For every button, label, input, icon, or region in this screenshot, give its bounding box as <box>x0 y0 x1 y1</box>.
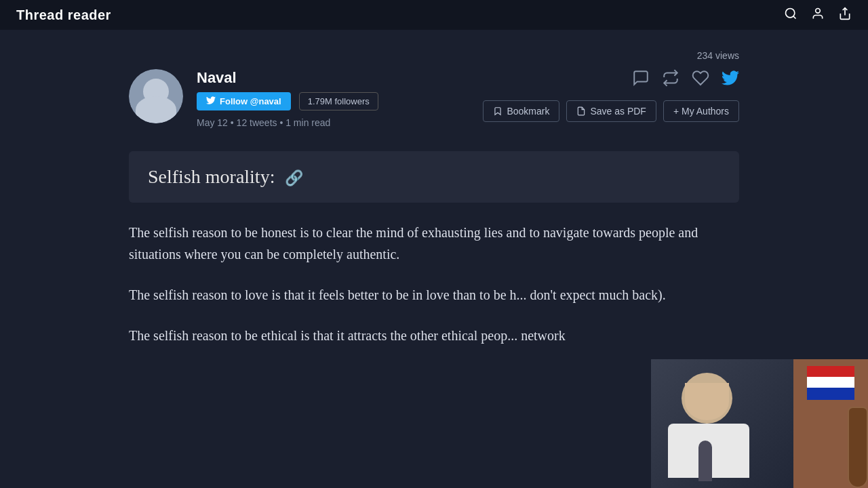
search-icon[interactable] <box>784 7 797 24</box>
person-head <box>682 373 732 424</box>
author-info: Naval Follow @naval 1.79M followers May … <box>197 69 378 128</box>
my-authors-label: + My Authors <box>673 106 729 117</box>
thread-paragraph-1: The selfish reason to be honest is to cl… <box>129 222 739 265</box>
heart-icon[interactable] <box>692 69 709 91</box>
guitar-icon <box>848 407 868 488</box>
my-authors-button[interactable]: + My Authors <box>663 100 739 122</box>
author-name: Naval <box>197 69 378 87</box>
video-person <box>658 363 793 488</box>
svg-point-0 <box>786 8 795 17</box>
share-icon[interactable] <box>838 7 852 24</box>
thread-title-box: Selfish morality: 🔗 <box>129 151 739 203</box>
thread-title-link-icon[interactable]: 🔗 <box>285 169 303 186</box>
twitter-share-icon[interactable] <box>722 69 739 91</box>
thread-paragraph-3: The selfish reason to be ethical is that… <box>129 325 739 346</box>
follow-button[interactable]: Follow @naval <box>197 92 291 110</box>
svg-point-1 <box>816 8 821 13</box>
main-content: 234 views Naval Follow @naval <box>61 30 807 386</box>
comment-icon[interactable] <box>632 69 650 91</box>
thread-title: Selfish morality: 🔗 <box>148 166 303 187</box>
bookmark-button[interactable]: Bookmark <box>483 100 559 122</box>
save-pdf-button[interactable]: Save as PDF <box>566 100 656 122</box>
retweet-icon[interactable] <box>662 69 679 91</box>
bookmark-label: Bookmark <box>507 106 549 117</box>
author-section: Naval Follow @naval 1.79M followers May … <box>129 69 378 128</box>
floating-video <box>651 359 868 488</box>
user-icon[interactable] <box>811 7 825 24</box>
navbar: Thread reader <box>0 0 868 30</box>
navbar-icons <box>784 7 852 24</box>
avatar <box>129 69 183 123</box>
author-meta-row: Follow @naval 1.79M followers <box>197 92 378 110</box>
follow-label: Follow @naval <box>220 96 281 106</box>
followers-badge: 1.79M followers <box>299 92 378 110</box>
brand-logo: Thread reader <box>16 7 111 23</box>
save-pdf-label: Save as PDF <box>590 106 646 117</box>
video-flag <box>807 366 854 400</box>
views-row: 234 views <box>129 50 739 61</box>
video-content <box>651 359 868 488</box>
twitter-bird-icon <box>206 96 216 106</box>
microphone-icon <box>698 441 712 481</box>
tweet-meta: May 12 • 12 tweets • 1 min read <box>197 117 378 128</box>
views-count: 234 views <box>697 50 739 61</box>
action-buttons: Bookmark Save as PDF + My Authors <box>483 100 739 122</box>
thread-paragraph-2: The selfish reason to love is that it fe… <box>129 284 739 306</box>
